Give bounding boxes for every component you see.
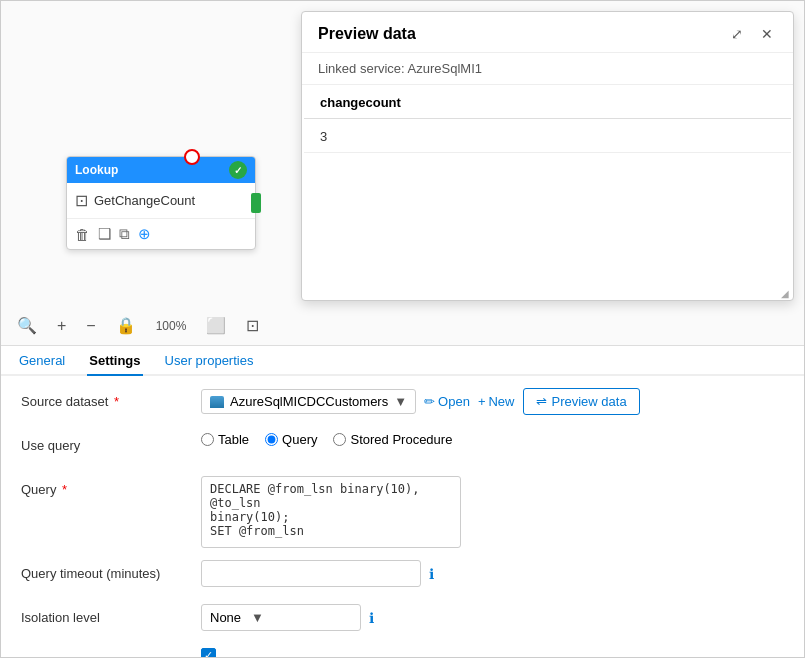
lookup-header: Lookup ✓ (67, 157, 255, 183)
query-timeout-label: Query timeout (minutes) (21, 560, 201, 581)
open-button[interactable]: ✏ Open (424, 394, 470, 409)
radio-stored-procedure-input[interactable] (333, 433, 346, 446)
preview-cell-value: 3 (304, 121, 791, 153)
tab-user-properties[interactable]: User properties (163, 347, 256, 376)
preview-data-button[interactable]: ⇌ Preview data (523, 388, 640, 415)
preview-table: changecount 3 (302, 85, 793, 155)
expand-button[interactable]: ⤢ (727, 24, 747, 44)
lookup-label: Lookup (75, 163, 118, 177)
radio-query-input[interactable] (265, 433, 278, 446)
lock-button[interactable]: 🔒 (112, 314, 140, 337)
canvas-toolbar: 🔍 + − 🔒 100% ⬜ ⊡ (1, 306, 804, 346)
isolation-level-label: Isolation level (21, 604, 201, 625)
query-control (201, 476, 784, 548)
fit-button[interactable]: ⬜ (202, 314, 230, 337)
tab-settings[interactable]: Settings (87, 347, 142, 376)
preview-col-changecount: changecount (304, 87, 791, 119)
minus-button[interactable]: − (82, 315, 99, 337)
preview-table-header-row: changecount (304, 87, 791, 119)
zoom-button[interactable]: 100% (152, 317, 191, 335)
activity-icon: ⊡ (75, 191, 88, 210)
new-button[interactable]: + New (478, 394, 515, 409)
chevron-down-icon: ▼ (394, 394, 407, 409)
info-icon[interactable]: ℹ (429, 566, 434, 582)
settings-panel: Source dataset * AzureSqlMICDCCustomers … (1, 376, 804, 657)
first-row-only-checkbox[interactable]: ✓ (201, 648, 216, 657)
node-green-bar (251, 193, 261, 213)
preview-table-row: 3 (304, 121, 791, 153)
query-label: Query * (21, 476, 201, 497)
connect-icon[interactable]: ⊕ (138, 225, 151, 243)
edit-pencil-icon: ✏ (424, 394, 435, 409)
resize-handle[interactable]: ◢ (781, 288, 793, 300)
select-button[interactable]: ⊡ (242, 314, 263, 337)
dropdown-arrow-icon: ▼ (251, 610, 264, 625)
tabs-area: General Settings User properties (1, 346, 804, 376)
radio-stored-procedure-label: Stored Procedure (350, 432, 452, 447)
radio-query-label: Query (282, 432, 317, 447)
db-icon (210, 396, 224, 408)
query-required-star: * (58, 482, 67, 497)
first-row-only-row: First row only ✓ (21, 648, 784, 657)
close-button[interactable]: ✕ (757, 24, 777, 44)
query-textarea[interactable] (201, 476, 461, 548)
radio-query[interactable]: Query (265, 432, 317, 447)
plus-icon: + (478, 394, 486, 409)
preview-title: Preview data (318, 25, 416, 43)
first-row-only-label: First row only (21, 648, 201, 657)
add-button[interactable]: + (53, 315, 70, 337)
node-check-icon: ✓ (229, 161, 247, 179)
activity-name: GetChangeCount (94, 193, 195, 208)
dataset-value: AzureSqlMICDCCustomers (230, 394, 388, 409)
node-circle-red (184, 149, 200, 165)
dataset-select[interactable]: AzureSqlMICDCCustomers ▼ (201, 389, 416, 414)
preview-linked-service: Linked service: AzureSqlMI1 (302, 53, 793, 85)
radio-table-label: Table (218, 432, 249, 447)
radio-table-input[interactable] (201, 433, 214, 446)
use-query-control: Table Query Stored Procedure (201, 432, 784, 447)
preview-header-icons: ⤢ ✕ (727, 24, 777, 44)
lookup-actions: 🗑 ❑ ⧉ ⊕ (67, 219, 255, 249)
delete-icon[interactable]: 🗑 (75, 226, 90, 243)
preview-header: Preview data ⤢ ✕ (302, 12, 793, 53)
query-timeout-input[interactable] (201, 560, 421, 587)
query-row: Query * (21, 476, 784, 548)
search-button[interactable]: 🔍 (13, 314, 41, 337)
first-row-only-control: ✓ (201, 648, 784, 657)
lookup-body: ⊡ GetChangeCount (67, 183, 255, 219)
source-dataset-control: AzureSqlMICDCCustomers ▼ ✏ Open + New ⇌ … (201, 388, 784, 415)
radio-group: Table Query Stored Procedure (201, 432, 452, 447)
tab-general[interactable]: General (17, 347, 67, 376)
use-query-label: Use query (21, 432, 201, 453)
preview-icon: ⇌ (536, 394, 547, 409)
required-star: * (110, 394, 119, 409)
source-dataset-label: Source dataset * (21, 388, 201, 409)
canvas-area: Lookup ✓ ⊡ GetChangeCount 🗑 ❑ ⧉ ⊕ Previe… (1, 1, 804, 311)
isolation-level-value: None (210, 610, 241, 625)
isolation-info-icon[interactable]: ℹ (369, 610, 374, 626)
copy-icon[interactable]: ⧉ (119, 225, 130, 243)
use-query-row: Use query Table Query Stored Procedure (21, 432, 784, 464)
query-timeout-row: Query timeout (minutes) ℹ (21, 560, 784, 592)
isolation-level-select[interactable]: None ▼ (201, 604, 361, 631)
main-container: Lookup ✓ ⊡ GetChangeCount 🗑 ❑ ⧉ ⊕ Previe… (0, 0, 805, 658)
isolation-level-row: Isolation level None ▼ ℹ (21, 604, 784, 636)
edit-icon[interactable]: ❑ (98, 225, 111, 243)
source-dataset-row: Source dataset * AzureSqlMICDCCustomers … (21, 388, 784, 420)
query-timeout-control: ℹ (201, 560, 784, 587)
lookup-header-left: Lookup (75, 163, 118, 177)
isolation-level-control: None ▼ ℹ (201, 604, 784, 631)
radio-stored-procedure[interactable]: Stored Procedure (333, 432, 452, 447)
radio-table[interactable]: Table (201, 432, 249, 447)
preview-panel: Preview data ⤢ ✕ Linked service: AzureSq… (301, 11, 794, 301)
lookup-node: Lookup ✓ ⊡ GetChangeCount 🗑 ❑ ⧉ ⊕ (66, 156, 256, 250)
